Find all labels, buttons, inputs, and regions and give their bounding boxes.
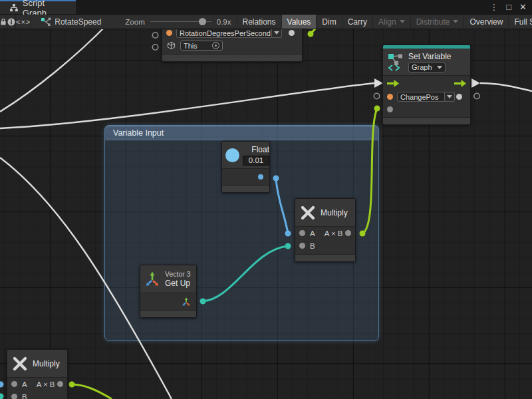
lock-button[interactable] (0, 15, 7, 29)
info-icon (7, 18, 15, 26)
node-title: Multiply (321, 208, 348, 217)
node-header[interactable]: Set Variable Graph (383, 49, 470, 76)
zoom-slider[interactable] (150, 19, 211, 25)
node-get-variable[interactable]: RotationDegreesPerSecond This (162, 26, 303, 62)
output-port[interactable] (57, 381, 63, 387)
port-a-label: A (310, 229, 315, 237)
input-port-a[interactable] (11, 381, 17, 387)
graph-canvas[interactable]: Variable Input (0, 29, 532, 399)
zoom-slider-handle[interactable] (199, 18, 206, 25)
flow-input-arrow-icon[interactable] (387, 80, 399, 87)
target-object-field[interactable]: This (180, 41, 223, 51)
node-title: Get Up (165, 279, 191, 288)
node-footer (383, 117, 470, 124)
chevron-down-icon (400, 20, 405, 23)
node-float-literal[interactable]: Float 0.01 (221, 141, 270, 193)
scope-dropdown[interactable]: Graph (408, 63, 446, 72)
distribute-button[interactable]: Distribute (410, 15, 464, 29)
port-unconnected[interactable] (374, 93, 379, 98)
port-unconnected[interactable] (152, 33, 158, 38)
variable-name-dropdown[interactable]: RotationDegreesPerSecond (176, 28, 272, 38)
value-output-port[interactable] (456, 94, 462, 100)
flow-output-arrow-icon[interactable] (454, 80, 466, 87)
scope-value: Graph (412, 63, 432, 71)
breadcrumb-label: RotateSpeed (55, 17, 101, 27)
maximize-icon[interactable]: □ (506, 2, 511, 12)
node-header[interactable]: Float 0.01 (222, 142, 269, 169)
value-output-port[interactable] (289, 30, 295, 36)
chevron-down-icon (274, 31, 279, 35)
wire-flow-white-left-top[interactable] (0, 24, 108, 112)
overview-label: Overview (469, 17, 503, 27)
values-label: Values (287, 17, 311, 27)
wire-blue-edge-dot[interactable] (0, 382, 4, 388)
align-button[interactable]: Align (372, 15, 410, 29)
output-port[interactable] (345, 230, 351, 236)
node-multiply[interactable]: Multiply A A × B B (7, 349, 68, 399)
node-title: Multiply (33, 359, 60, 368)
port-unconnected[interactable] (474, 93, 479, 98)
port-row-b: B (295, 239, 355, 252)
vector3-output-port-icon[interactable] (182, 297, 191, 307)
target-row: This (162, 39, 302, 52)
input-port-b[interactable] (299, 243, 305, 249)
node-footer (140, 310, 196, 317)
script-graph-window: Script Graph ⋮ □ ✕ <×> (0, 0, 532, 399)
wire-teal-edge-dot[interactable] (0, 394, 4, 399)
value-input-port[interactable] (387, 106, 393, 112)
close-icon[interactable]: ✕ (519, 2, 527, 12)
variable-name-dropdown[interactable]: ChangePos (397, 92, 445, 102)
object-picker-icon[interactable] (212, 42, 219, 49)
port-row-a: A A × B (7, 378, 67, 390)
carry-button[interactable]: Carry (342, 15, 372, 29)
variable-name-value: RotationDegreesPerSecond (180, 29, 271, 37)
string-port-icon[interactable] (166, 30, 172, 36)
node-multiply[interactable]: Multiply A A × B B (295, 198, 356, 262)
node-set-variable[interactable]: Set Variable Graph (382, 45, 471, 125)
output-row (140, 293, 196, 310)
dim-button[interactable]: Dim (316, 15, 341, 29)
zoom-value: 0.9x (217, 18, 231, 26)
string-port-icon[interactable] (387, 94, 393, 100)
fullscreen-label: Full Screen (514, 17, 532, 27)
set-variable-graph-icon (387, 53, 404, 71)
lock-icon (0, 18, 7, 26)
carry-label: Carry (348, 17, 367, 27)
port-out-label: A × B (325, 229, 343, 237)
tab-script-graph[interactable]: Script Graph (0, 0, 76, 14)
output-row (222, 169, 269, 185)
zoom-control: Zoom 0.9x (120, 15, 236, 29)
dropdown-caret-button[interactable] (445, 92, 455, 102)
node-header[interactable]: Multiply (295, 199, 355, 227)
graph-toolbar: <×> RotateSpeed Zoom 0.9x Relations Valu… (0, 15, 532, 29)
port-out-label: A × B (37, 380, 55, 388)
float-output-port[interactable] (258, 174, 263, 180)
values-button[interactable]: Values (281, 15, 317, 29)
input-port-b[interactable] (11, 394, 17, 399)
wire-green-multiply-bottom-output[interactable] (69, 382, 112, 399)
float-value-field[interactable]: 0.01 (243, 156, 269, 166)
code-view-button[interactable]: <×> (16, 15, 31, 29)
script-graph-icon (9, 3, 19, 12)
multiply-x-icon (300, 205, 316, 221)
node-vector3-get-up[interactable]: Vector 3 Get Up (140, 265, 197, 318)
port-unconnected[interactable] (152, 45, 158, 50)
port-b-label: B (22, 393, 27, 399)
overview-button[interactable]: Overview (464, 15, 508, 29)
relations-button[interactable]: Relations (237, 15, 281, 29)
gameobject-cube-icon (167, 41, 176, 50)
node-header[interactable]: Vector 3 Get Up (140, 265, 196, 293)
input-port-a[interactable] (299, 230, 305, 236)
info-button[interactable] (7, 15, 16, 29)
variable-name-value: ChangePos (400, 93, 439, 101)
variable-name-row: ChangePos (383, 90, 470, 103)
breadcrumb[interactable]: RotateSpeed (31, 15, 108, 29)
node-header[interactable]: Multiply (7, 350, 67, 378)
menu-icon[interactable]: ⋮ (489, 2, 498, 12)
group-header[interactable]: Variable Input (105, 126, 378, 140)
code-icon: <×> (16, 18, 31, 26)
dropdown-caret-button[interactable] (272, 28, 282, 38)
value-input-row (383, 103, 470, 115)
fullscreen-button[interactable]: Full Screen (508, 15, 532, 29)
node-footer (162, 54, 302, 61)
